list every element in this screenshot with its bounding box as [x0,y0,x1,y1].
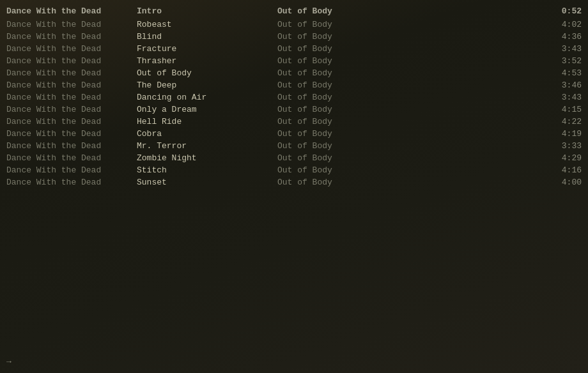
track-artist: Dance With the Dead [6,32,134,42]
track-title: Zombie Night [134,153,275,163]
track-album: Out of Body [275,165,543,175]
track-title: Sunset [134,178,275,187]
track-list-header: Dance With the Dead Intro Out of Body 0:… [0,5,588,17]
header-album: Out of Body [275,6,543,16]
track-duration: 4:22 [543,117,582,126]
track-duration: 4:00 [543,178,582,187]
arrow-indicator: → [6,357,12,367]
track-album: Out of Body [275,56,543,66]
track-album: Out of Body [275,93,543,102]
track-album: Out of Body [275,44,543,54]
header-artist: Dance With the Dead [6,6,134,16]
track-title: Only a Dream [134,105,275,114]
track-title: Mr. Terror [134,141,275,151]
track-album: Out of Body [275,153,543,163]
track-duration: 4:29 [543,153,582,163]
track-artist: Dance With the Dead [6,68,134,78]
track-duration: 3:46 [543,80,582,90]
track-title: Dancing on Air [134,93,275,102]
track-album: Out of Body [275,20,543,29]
track-album: Out of Body [275,105,543,114]
track-title: Hell Ride [134,117,275,126]
track-row[interactable]: Dance With the DeadThrasherOut of Body3:… [0,55,588,67]
track-title: The Deep [134,80,275,90]
track-row[interactable]: Dance With the DeadThe DeepOut of Body3:… [0,79,588,91]
track-duration: 3:43 [543,44,582,54]
track-duration: 4:36 [543,32,582,42]
track-row[interactable]: Dance With the DeadMr. TerrorOut of Body… [0,140,588,152]
track-album: Out of Body [275,129,543,139]
track-list: Dance With the Dead Intro Out of Body 0:… [0,0,588,194]
track-artist: Dance With the Dead [6,129,134,139]
track-album: Out of Body [275,80,543,90]
track-artist: Dance With the Dead [6,20,134,29]
header-duration: 0:52 [543,6,582,16]
track-title: Stitch [134,165,275,175]
track-row[interactable]: Dance With the DeadOnly a DreamOut of Bo… [0,103,588,116]
track-rows-container: Dance With the DeadRobeastOut of Body4:0… [0,19,588,188]
track-row[interactable]: Dance With the DeadFractureOut of Body3:… [0,43,588,55]
track-album: Out of Body [275,117,543,126]
track-album: Out of Body [275,178,543,187]
track-duration: 3:43 [543,93,582,102]
track-artist: Dance With the Dead [6,117,134,126]
track-row[interactable]: Dance With the DeadHell RideOut of Body4… [0,116,588,128]
track-artist: Dance With the Dead [6,80,134,90]
header-title: Intro [134,6,275,16]
track-title: Out of Body [134,68,275,78]
track-duration: 4:16 [543,165,582,175]
track-artist: Dance With the Dead [6,178,134,187]
track-row[interactable]: Dance With the DeadRobeastOut of Body4:0… [0,19,588,31]
track-title: Thrasher [134,56,275,66]
track-title: Robeast [134,20,275,29]
track-row[interactable]: Dance With the DeadBlindOut of Body4:36 [0,31,588,43]
track-album: Out of Body [275,32,543,42]
track-artist: Dance With the Dead [6,105,134,114]
track-album: Out of Body [275,68,543,78]
track-row[interactable]: Dance With the DeadOut of BodyOut of Bod… [0,67,588,79]
track-row[interactable]: Dance With the DeadDancing on AirOut of … [0,91,588,103]
track-artist: Dance With the Dead [6,93,134,102]
track-duration: 4:19 [543,129,582,139]
track-row[interactable]: Dance With the DeadCobraOut of Body4:19 [0,128,588,140]
track-row[interactable]: Dance With the DeadSunsetOut of Body4:00 [0,176,588,188]
track-title: Blind [134,32,275,42]
track-duration: 4:02 [543,20,582,29]
track-row[interactable]: Dance With the DeadZombie NightOut of Bo… [0,152,588,164]
track-artist: Dance With the Dead [6,44,134,54]
track-album: Out of Body [275,141,543,151]
track-duration: 4:53 [543,68,582,78]
track-artist: Dance With the Dead [6,56,134,66]
track-duration: 4:15 [543,105,582,114]
track-title: Fracture [134,44,275,54]
track-title: Cobra [134,129,275,139]
track-artist: Dance With the Dead [6,165,134,175]
track-artist: Dance With the Dead [6,141,134,151]
track-artist: Dance With the Dead [6,153,134,163]
track-duration: 3:52 [543,56,582,66]
track-row[interactable]: Dance With the DeadStitchOut of Body4:16 [0,164,588,176]
track-duration: 3:33 [543,141,582,151]
